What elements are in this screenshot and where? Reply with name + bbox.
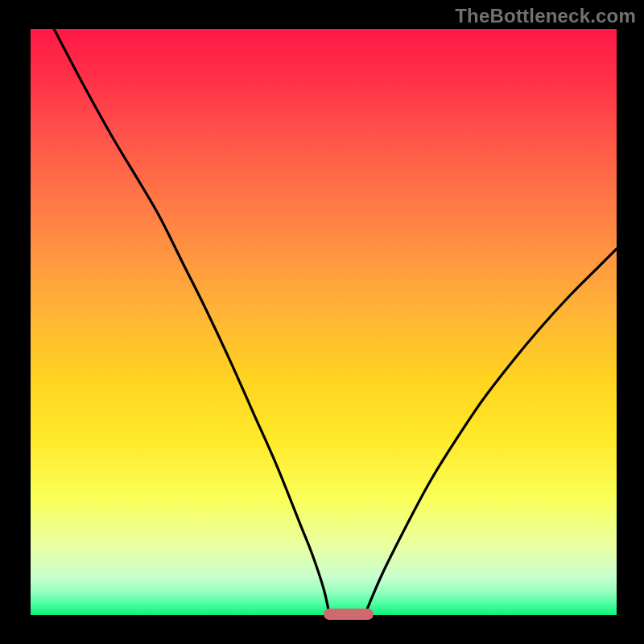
- left-curve: [54, 29, 329, 615]
- curves-svg: [31, 29, 617, 615]
- minimum-marker: [324, 609, 374, 620]
- plot-area: [31, 29, 617, 615]
- watermark-text: TheBottleneck.com: [455, 5, 636, 27]
- right-curve: [365, 249, 617, 615]
- chart-frame: TheBottleneck.com: [0, 0, 644, 644]
